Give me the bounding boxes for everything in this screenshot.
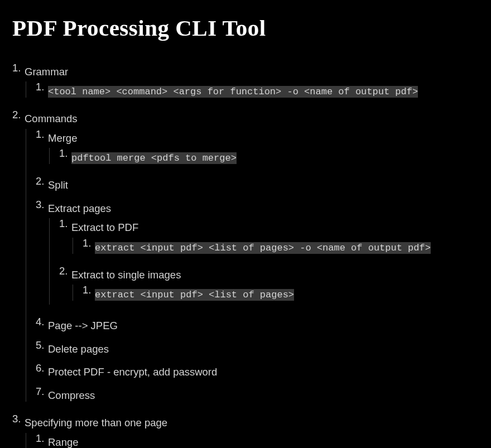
list-item: Compress <box>36 384 479 407</box>
item-label: Delete pages <box>48 343 109 355</box>
list-item: Page --> JPEG <box>36 314 479 338</box>
list-item: extract <input pdf> <list of pages> <box>83 282 479 306</box>
nested-list: pdftool merge <pdfs to merge> <box>48 146 479 170</box>
item-label: Protect PDF - encrypt, add password <box>48 366 217 378</box>
list-item: Extract pages Extract to PDF extract <in… <box>36 197 479 314</box>
list-item: extract <input pdf> <list of pages> -o <… <box>83 235 479 259</box>
item-label: Extract pages <box>48 203 111 214</box>
list-item: Merge pdftool merge <pdfs to merge> <box>36 127 479 174</box>
list-item: Delete pages <box>36 338 479 361</box>
item-label: Grammar <box>25 66 68 78</box>
list-item: Commands Merge pdftool merge <pdfs to me… <box>12 107 479 411</box>
item-label: Split <box>48 179 68 191</box>
item-label: Commands <box>25 113 78 124</box>
item-label: Extract to PDF <box>71 221 138 233</box>
root-outline: Grammar <tool name> <command> <args for … <box>12 60 479 449</box>
item-label: Specifying more than one page <box>25 417 167 428</box>
item-label: Page --> JPEG <box>48 320 118 331</box>
nested-list: Merge pdftool merge <pdfs to merge> Spli… <box>25 127 479 407</box>
list-item: Extract to single images extract <input … <box>59 263 479 310</box>
code-snippet: <tool name> <command> <args for function… <box>48 86 418 98</box>
page-title: PDF Processing CLI Tool <box>12 11 479 46</box>
list-item: Specifying more than one page Range <sta… <box>12 411 479 448</box>
code-snippet: extract <input pdf> <list of pages> <box>95 289 294 301</box>
list-item: Split <box>36 174 479 197</box>
nested-list: Extract to PDF extract <input pdf> <list… <box>48 216 479 310</box>
list-item: Protect PDF - encrypt, add password <box>36 360 479 384</box>
code-snippet: extract <input pdf> <list of pages> -o <… <box>95 242 431 254</box>
list-item: pdftool merge <pdfs to merge> <box>59 146 479 170</box>
list-item: <tool name> <command> <args for function… <box>36 79 479 103</box>
nested-list: Range <start>-<end> List individual file… <box>25 431 479 449</box>
item-label: Merge <box>48 132 77 144</box>
list-item: Grammar <tool name> <command> <args for … <box>12 60 479 107</box>
item-label: Extract to single images <box>71 269 181 281</box>
code-snippet: pdftool merge <pdfs to merge> <box>71 152 237 164</box>
nested-list: extract <input pdf> <list of pages> <box>71 282 479 306</box>
list-item: Range <start>-<end> <box>36 431 479 449</box>
item-label: Compress <box>48 389 95 401</box>
item-label: Range <box>48 436 79 448</box>
nested-list: <tool name> <command> <args for function… <box>25 79 479 103</box>
nested-list: extract <input pdf> <list of pages> -o <… <box>71 235 479 259</box>
list-item: Extract to PDF extract <input pdf> <list… <box>59 216 479 263</box>
